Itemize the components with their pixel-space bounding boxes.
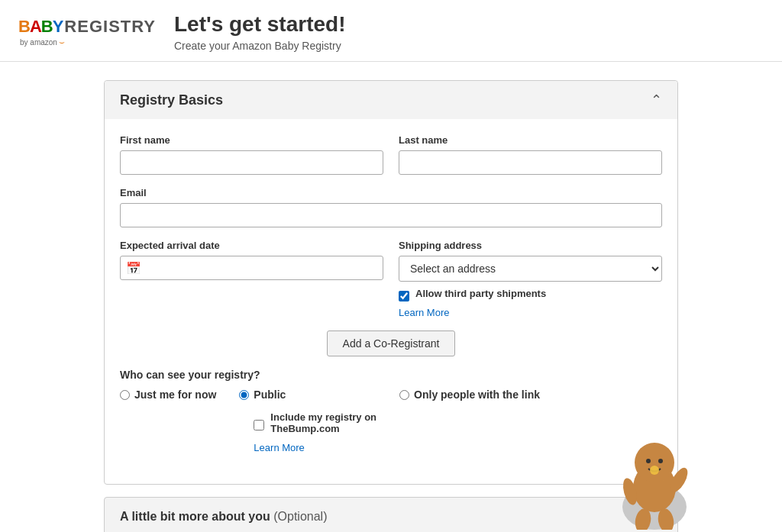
shipping-address-group: Shipping address Select an address Allow… (399, 240, 662, 318)
allow-shipments-row: Allow third party shipments (399, 288, 662, 304)
privacy-just-me-content: Just me for now (134, 389, 216, 405)
optional-section-card[interactable]: A little bit more about you (Optional) ⌄ (104, 497, 678, 532)
arrival-date-group: Expected arrival date 📅 (120, 240, 383, 318)
privacy-section: Who can see your registry? Just me for n… (120, 369, 662, 453)
privacy-options: Just me for now Public Include my regist… (120, 389, 662, 453)
first-name-group: First name (120, 134, 383, 175)
svg-point-2 (635, 443, 674, 482)
first-name-input[interactable] (120, 150, 383, 175)
last-name-group: Last name (399, 134, 662, 175)
baby-illustration (612, 408, 696, 532)
arrival-date-input[interactable] (120, 256, 383, 280)
privacy-link-only-option: Only people with the link (399, 389, 540, 405)
logo-b2: B (41, 17, 53, 36)
date-address-row: Expected arrival date 📅 Shipping address… (120, 240, 662, 318)
privacy-link-only-label: Only people with the link (414, 389, 540, 401)
privacy-public-option: Public Include my registry onTheBump.com… (239, 389, 376, 453)
arrival-date-label: Expected arrival date (120, 240, 383, 251)
shipping-learn-more-link[interactable]: Learn More (399, 307, 662, 318)
bump-checkbox-row: Include my registry onTheBump.com (254, 411, 376, 439)
logo-area: BABY REGISTRY by amazon ⌣ (18, 17, 156, 47)
logo-a: A (30, 17, 41, 36)
registry-basics-body: First name Last name Email Expected arr (105, 119, 677, 484)
svg-point-7 (650, 466, 659, 475)
shipping-address-select[interactable]: Select an address (399, 256, 662, 282)
email-label: Email (120, 187, 662, 198)
registry-basics-card: Registry Basics ⌃ First name Last name E… (104, 80, 678, 485)
shipping-address-label: Shipping address (399, 240, 662, 251)
optional-section-title: A little bit more about you (Optional) (120, 510, 327, 524)
page-header: BABY REGISTRY by amazon ⌣ Let's get star… (0, 0, 782, 62)
privacy-just-me-option: Just me for now (120, 389, 216, 405)
email-input[interactable] (120, 203, 662, 227)
last-name-label: Last name (399, 134, 662, 146)
bump-label: Include my registry onTheBump.com (270, 411, 376, 434)
optional-bold-text: A little bit more about you (120, 510, 270, 523)
svg-point-3 (646, 459, 651, 463)
privacy-link-only-content: Only people with the link (414, 389, 540, 405)
header-title-area: Let's get started! Create your Amazon Ba… (174, 12, 345, 52)
email-group: Email (120, 187, 662, 227)
add-coregistrant-button[interactable]: Add a Co-Registrant (327, 330, 456, 356)
optional-parens-text: (Optional) (273, 510, 327, 523)
privacy-public-sub-section: Include my registry onTheBump.com Learn … (254, 405, 376, 453)
last-name-input[interactable] (399, 150, 662, 175)
privacy-public-radio[interactable] (239, 390, 249, 400)
privacy-public-label: Public (254, 389, 376, 401)
collapse-icon: ⌃ (651, 92, 662, 108)
svg-point-4 (658, 459, 663, 463)
privacy-just-me-label: Just me for now (134, 389, 216, 401)
date-input-wrapper: 📅 (120, 256, 383, 280)
privacy-learn-more-link[interactable]: Learn More (254, 442, 376, 453)
first-name-label: First name (120, 134, 383, 146)
bump-checkbox[interactable] (254, 420, 264, 430)
privacy-public-content: Public Include my registry onTheBump.com… (254, 389, 376, 453)
email-row: Email (120, 187, 662, 227)
privacy-link-only-radio[interactable] (399, 390, 409, 400)
logo-registry: REGISTRY (64, 17, 156, 37)
privacy-question: Who can see your registry? (120, 369, 662, 381)
add-coregistrant-row: Add a Co-Registrant (120, 330, 662, 356)
name-row: First name Last name (120, 134, 662, 175)
logo-y: Y (53, 17, 63, 36)
privacy-just-me-radio[interactable] (120, 390, 130, 400)
allow-shipments-label: Allow third party shipments (415, 288, 546, 299)
logo-b: B (18, 17, 30, 36)
amazon-smile-icon: ⌣ (59, 37, 65, 47)
allow-shipments-checkbox[interactable] (399, 291, 409, 301)
page-title: Let's get started! (174, 12, 345, 37)
registry-basics-header[interactable]: Registry Basics ⌃ (105, 81, 677, 119)
main-content: Registry Basics ⌃ First name Last name E… (86, 80, 696, 532)
registry-basics-title: Registry Basics (120, 92, 223, 108)
logo-by-amazon: by amazon (20, 38, 57, 47)
page-subtitle: Create your Amazon Baby Registry (174, 40, 345, 52)
